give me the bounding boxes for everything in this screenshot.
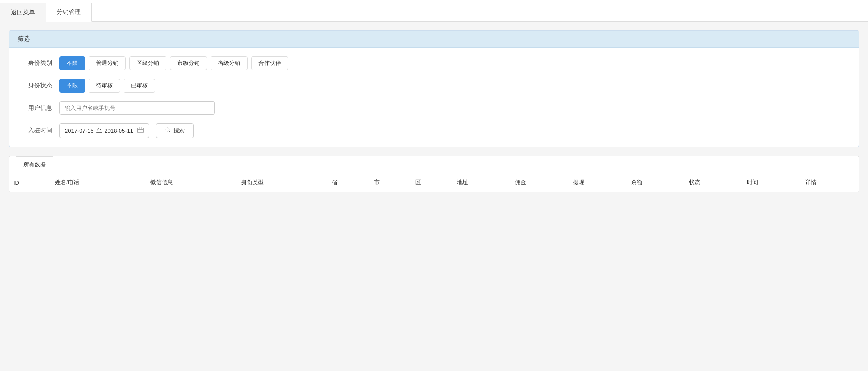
search-button[interactable]: 搜索 [156,123,194,138]
col-balance: 余额 [627,173,685,192]
col-city: 市 [370,173,411,192]
svg-rect-0 [138,128,143,133]
identity-status-btn-pending[interactable]: 待审核 [89,79,120,93]
filter-header: 筛选 [9,31,859,48]
col-wechat: 微信信息 [146,173,237,192]
col-name-phone: 姓名/电话 [51,173,146,192]
date-separator: 至 [96,127,102,134]
user-info-input[interactable] [59,101,215,115]
filter-row-identity-status: 身份状态 不限 待审核 已审核 [18,79,850,93]
identity-type-btn-city[interactable]: 市级分销 [170,56,207,70]
svg-point-4 [166,128,169,131]
tab-bar: 返回菜单 分销管理 [0,0,868,22]
search-icon [165,127,171,134]
identity-status-btn-approved[interactable]: 已审核 [124,79,155,93]
filter-row-user-info: 用户信息 [18,101,850,115]
identity-type-btn-unlimited[interactable]: 不限 [59,56,85,70]
svg-line-5 [169,131,171,133]
identity-type-btn-partner[interactable]: 合作伙伴 [251,56,288,70]
col-commission: 佣金 [511,173,568,192]
user-info-label: 用户信息 [18,104,52,112]
col-withdraw: 提现 [569,173,627,192]
tab-back[interactable]: 返回菜单 [0,3,46,22]
filter-row-join-time: 入驻时间 2017-07-15 至 2018-05-11 [18,123,850,138]
col-id: ID [9,173,51,192]
identity-type-btn-district[interactable]: 区级分销 [129,56,166,70]
identity-type-options: 不限 普通分销 区级分销 市级分销 省级分销 合作伙伴 [59,56,288,70]
join-time-label: 入驻时间 [18,127,52,134]
data-tab-all[interactable]: 所有数据 [16,156,53,173]
main-content: 筛选 身份类别 不限 普通分销 区级分销 市级分销 省级分销 合作伙伴 身份状态… [0,22,868,201]
filter-row-identity-type: 身份类别 不限 普通分销 区级分销 市级分销 省级分销 合作伙伴 [18,56,850,70]
col-district: 区 [411,173,453,192]
date-from: 2017-07-15 [65,128,94,134]
identity-status-options: 不限 待审核 已审核 [59,79,155,93]
col-detail: 详情 [801,173,859,192]
identity-type-btn-normal[interactable]: 普通分销 [89,56,126,70]
identity-type-btn-province[interactable]: 省级分销 [211,56,248,70]
data-table: ID 姓名/电话 微信信息 身份类型 省 市 区 地址 佣金 提现 余额 状态 … [9,173,859,192]
table-header-row: ID 姓名/电话 微信信息 身份类型 省 市 区 地址 佣金 提现 余额 状态 … [9,173,859,192]
date-range-picker[interactable]: 2017-07-15 至 2018-05-11 [59,123,149,138]
search-button-label: 搜索 [173,127,185,134]
identity-type-label: 身份类别 [18,59,52,67]
col-province: 省 [328,173,369,192]
filter-body: 身份类别 不限 普通分销 区级分销 市级分销 省级分销 合作伙伴 身份状态 不限… [9,48,859,147]
data-tabs: 所有数据 [9,156,859,173]
calendar-icon [137,127,144,134]
data-section: 所有数据 ID 姓名/电话 微信信息 身份类型 省 市 区 地址 佣金 提现 余… [9,156,859,192]
identity-status-btn-unlimited[interactable]: 不限 [59,79,85,93]
col-status: 状态 [685,173,743,192]
col-time: 时间 [743,173,801,192]
date-to: 2018-05-11 [105,128,134,134]
identity-status-label: 身份状态 [18,82,52,90]
tab-distribution[interactable]: 分销管理 [46,3,92,22]
col-identity-type: 身份类型 [237,173,328,192]
filter-panel: 筛选 身份类别 不限 普通分销 区级分销 市级分销 省级分销 合作伙伴 身份状态… [9,30,859,147]
col-address: 地址 [453,173,511,192]
